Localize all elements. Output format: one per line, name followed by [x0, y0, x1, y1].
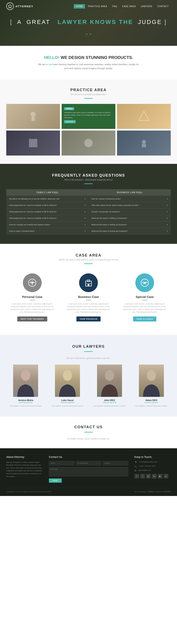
footer-more-templates: More Templates 下载模板 | Collect from 网页模板	[134, 490, 171, 493]
svg-point-7	[142, 140, 146, 144]
social-googleplus[interactable]: g+	[146, 474, 151, 478]
footer-subject-input[interactable]	[103, 461, 128, 465]
svg-rect-3	[32, 117, 35, 121]
practice-cell-6[interactable]	[117, 130, 171, 156]
case-btn-special[interactable]: VIEW CLASSES	[133, 316, 156, 322]
practice-cell-2[interactable]: GREEN Vestibulum ante ipsum primis in fa…	[62, 104, 115, 129]
lawyer-role-3: Attorney general	[90, 402, 129, 404]
faq-chevron-b4: ▾	[167, 217, 168, 219]
nav-lawyers[interactable]: LAWYERS	[139, 4, 154, 8]
footer-email-item: ✉ support@law.com	[134, 469, 171, 472]
social-linkedin[interactable]: in	[152, 474, 156, 478]
social-youtube[interactable]: ▶	[158, 474, 162, 478]
faq-family-2[interactable]: What paperwork do I need to complete to …	[6, 202, 88, 209]
lawyers-divider	[84, 351, 93, 352]
faq-business-4[interactable]: What are the steps in selling my busines…	[88, 215, 171, 222]
hero-bracket-open: [	[10, 19, 13, 25]
practice-cell-3[interactable]	[117, 104, 171, 129]
faq-family-3[interactable]: What paperwork do I need to complete to …	[6, 209, 88, 215]
footer: About Attorney Attorney Template is a cl…	[0, 448, 177, 496]
contact-subtitle: For better service, you're invited to co…	[6, 438, 171, 440]
faq-family-1[interactable]: My wife is not allowing me to see my chi…	[6, 196, 88, 202]
faq-family-4-text: What paperwork do I need to complete to …	[9, 217, 57, 219]
social-twitter[interactable]: t	[140, 474, 145, 478]
logo: ATTORNEY	[6, 2, 33, 10]
faq-business-3[interactable]: Should I incorporate my business? ▾	[88, 209, 171, 215]
navbar: ATTORNEY HOME PRACTICE AREA FAQ CASE ARE…	[0, 0, 177, 12]
footer-grid: About Attorney Attorney Template is a cl…	[6, 456, 171, 483]
faq-family-6[interactable]: How to make a General Diary? ▾	[6, 228, 88, 234]
case-btn-business[interactable]: VIEW PROGRAM	[76, 316, 101, 322]
nav-case[interactable]: CASE AREA	[120, 4, 138, 8]
hero-text: [ A GREAT LAWYER KNOWS THE JUDGE ]	[0, 12, 177, 28]
practice-img-4	[6, 130, 60, 156]
contact-divider	[84, 432, 93, 432]
lawyer-desc-3: Cras dapibus. Vivamus elementum semper.	[90, 405, 129, 407]
faq-chevron-b6: ▾	[167, 230, 168, 232]
footer-message-input[interactable]	[49, 467, 128, 476]
green-label: GREEN	[64, 107, 74, 110]
logo-icon	[6, 2, 14, 10]
social-facebook[interactable]: f	[134, 474, 139, 478]
faq-chevron-b5: ▾	[167, 224, 168, 226]
footer-email-input[interactable]	[76, 461, 102, 465]
footer-copyright: Copyrights © 2014. All Rights Reserved b…	[6, 491, 51, 493]
faq-chevron-5: ▾	[84, 224, 86, 226]
nav-links: HOME PRACTICE AREA FAQ CASE AREA LAWYERS…	[74, 4, 171, 8]
social-pinterest[interactable]: p	[164, 474, 168, 478]
lawyers-grid: Jessica Motra Attorney general Cras dapi…	[6, 364, 171, 407]
faq-family-5[interactable]: How do I change my custody and support o…	[6, 222, 88, 228]
footer-keep-title: Keep in Touch.	[134, 456, 171, 458]
case-divider-special	[142, 300, 148, 300]
footer-name-input[interactable]	[49, 461, 74, 465]
practice-section: PRACTICE AREA We are here to provide you…	[0, 80, 177, 164]
svg-point-20	[21, 370, 30, 381]
case-divider-personal	[30, 300, 35, 300]
case-btn-personal[interactable]: NEXT FOR TRAINERS	[17, 316, 47, 322]
practice-cell-5[interactable]	[62, 130, 115, 156]
svg-point-21	[63, 370, 72, 381]
brand-name: ATTORNEY	[16, 5, 33, 8]
hero-highlight: LAWYER KNOWS THE	[58, 19, 133, 25]
faq-business-2-text: Why, how, where do we need to keep corpo…	[92, 204, 139, 206]
case-subtitle: Mostly, we have to deal with the cases, …	[6, 258, 171, 261]
practice-subtitle: We are here to provide you legal help !	[6, 93, 171, 96]
faq-business-4-text: What are the steps in selling my busines…	[92, 217, 127, 219]
faq-business-6[interactable]: What are the steps in buying any busines…	[88, 228, 171, 234]
lawyer-photo-2	[55, 364, 80, 397]
svg-point-23	[147, 370, 156, 381]
faq-family-5-text: How do I change my custody and support o…	[9, 224, 50, 226]
practice-cell-1[interactable]	[6, 104, 60, 129]
nav-practice[interactable]: PRACTICE AREA	[86, 4, 109, 8]
see-more-button[interactable]: See More	[64, 120, 76, 123]
nav-contact[interactable]: CONTACT	[155, 4, 171, 8]
practice-img-6	[117, 130, 171, 156]
case-card-special-text: Lorem ipsum dolor sit amet, consectetur …	[122, 303, 168, 313]
footer-address-item: 📍 75 SpringField Way #678	[134, 461, 171, 464]
lawyer-name-1: Jessica Motra	[6, 399, 45, 402]
nav-faq[interactable]: FAQ	[110, 4, 119, 8]
footer-address: 75 SpringField Way #678	[139, 461, 158, 463]
faq-family-4[interactable]: What paperwork do I need to complete to …	[6, 215, 88, 222]
faq-business-1-text: How do I protect a business name?	[92, 198, 121, 200]
practice-cell-4[interactable]	[6, 130, 60, 156]
footer-email: support@law.com	[138, 469, 151, 471]
hero-bracket-close: ]	[164, 19, 167, 25]
faq-business-5[interactable]: What are the steps in selling my busines…	[88, 222, 171, 228]
case-section: CASE AREA Mostly, we have to deal with t…	[0, 244, 177, 335]
practice-img-1	[6, 104, 60, 129]
faq-family-1-text: My wife is not allowing me to see my chi…	[9, 198, 60, 200]
case-card-special: Special Case Lorem ipsum dolor sit amet,…	[119, 269, 171, 326]
faq-chevron-1: ▾	[84, 198, 86, 200]
green-text: Vestibulum ante ipsum primis in faucibus…	[64, 112, 113, 119]
lawyer-card-1: Jessica Motra Attorney general Cras dapi…	[6, 364, 45, 407]
faq-chevron-b2: ▾	[167, 204, 168, 206]
footer-send-button[interactable]: SEND	[49, 478, 62, 483]
faq-business-2[interactable]: Why, how, where do we need to keep corpo…	[88, 202, 171, 209]
faq-chevron-b1: ▾	[167, 198, 168, 200]
hello-link[interactable]: Law	[48, 63, 52, 66]
contact-section: CONTACT US For better service, you're in…	[0, 417, 177, 448]
nav-home[interactable]: HOME	[74, 4, 85, 8]
faq-business-1[interactable]: How do I protect a business name? ▾	[88, 196, 171, 202]
email-icon: ✉	[134, 470, 136, 472]
